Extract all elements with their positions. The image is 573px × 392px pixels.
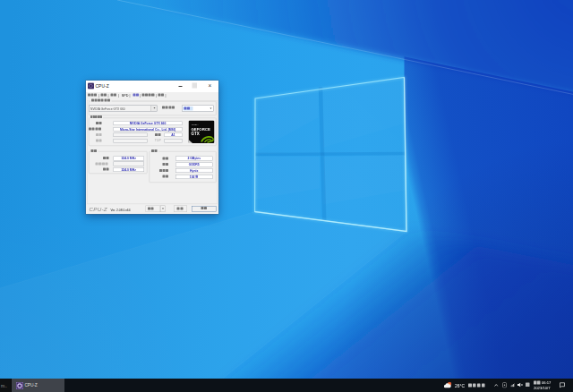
svg-text:NVIDIA: NVIDIA	[192, 124, 199, 125]
svg-text:GTX: GTX	[191, 132, 199, 136]
